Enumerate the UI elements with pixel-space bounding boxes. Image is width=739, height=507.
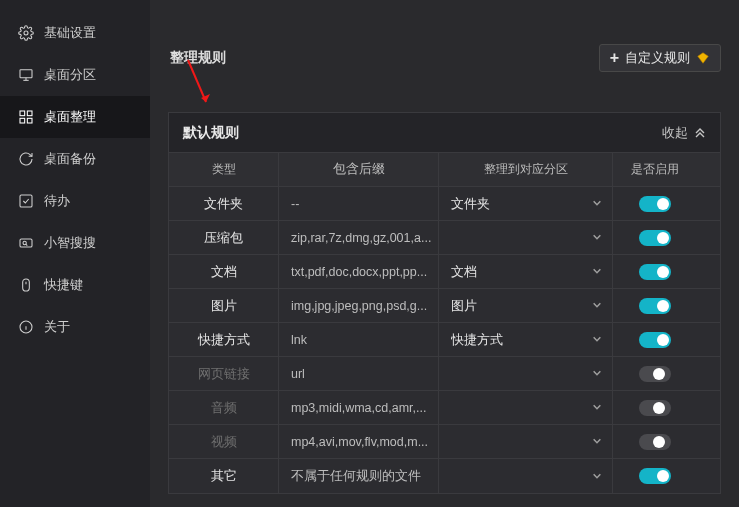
- table-row: 网页链接url: [169, 357, 720, 391]
- target-zone-select[interactable]: [439, 425, 613, 458]
- target-zone-select[interactable]: 文件夹: [439, 187, 613, 220]
- chevron-down-icon: [592, 332, 602, 347]
- enable-toggle[interactable]: [639, 230, 671, 246]
- table-row: 快捷方式lnk快捷方式: [169, 323, 720, 357]
- monitor-icon: [18, 67, 34, 83]
- cell-enable: [613, 459, 697, 493]
- sidebar-item-label: 桌面分区: [44, 66, 96, 84]
- cell-type: 音频: [169, 391, 279, 424]
- table-row: 图片img,jpg,jpeg,png,psd,g...图片: [169, 289, 720, 323]
- target-zone-value: 快捷方式: [451, 331, 586, 349]
- cell-type: 压缩包: [169, 221, 279, 254]
- table-row: 文档txt,pdf,doc,docx,ppt,pp...文档: [169, 255, 720, 289]
- default-rules-panel: 默认规则 收起 类型 包含后缀 整理到对应分区 是否启用 文件夹--文件夹压缩包…: [168, 112, 721, 494]
- table-row: 音频mp3,midi,wma,cd,amr,...: [169, 391, 720, 425]
- svg-rect-12: [23, 279, 30, 291]
- sidebar-item-xiaozhi-search[interactable]: 小智搜搜: [0, 222, 150, 264]
- cell-extensions: 不属于任何规则的文件: [279, 459, 439, 493]
- cell-type: 视频: [169, 425, 279, 458]
- sidebar-item-label: 基础设置: [44, 24, 96, 42]
- cell-enable: [613, 391, 697, 424]
- sidebar-item-label: 小智搜搜: [44, 234, 96, 252]
- col-header-type: 类型: [169, 153, 279, 186]
- sidebar-item-shortcuts[interactable]: 快捷键: [0, 264, 150, 306]
- target-zone-select[interactable]: [439, 459, 613, 493]
- sidebar-item-label: 快捷键: [44, 276, 83, 294]
- target-zone-select[interactable]: [439, 221, 613, 254]
- col-header-enable: 是否启用: [613, 153, 697, 186]
- svg-line-17: [188, 60, 206, 102]
- main-pane: 整理规则 + 自定义规则 默认规则 收起 类型 包含后缀 整理到对应分区: [150, 0, 739, 507]
- chevron-down-icon: [592, 469, 602, 484]
- collapse-toggle[interactable]: 收起: [662, 124, 706, 142]
- svg-rect-1: [20, 70, 32, 78]
- target-zone-select[interactable]: 图片: [439, 289, 613, 322]
- cell-type: 网页链接: [169, 357, 279, 390]
- target-zone-value: 图片: [451, 297, 586, 315]
- chevron-down-icon: [592, 298, 602, 313]
- cell-extensions: img,jpg,jpeg,png,psd,g...: [279, 289, 439, 322]
- chevron-down-icon: [592, 264, 602, 279]
- cell-type: 文档: [169, 255, 279, 288]
- custom-rule-button[interactable]: + 自定义规则: [599, 44, 721, 72]
- cell-extensions: txt,pdf,doc,docx,ppt,pp...: [279, 255, 439, 288]
- col-header-target: 整理到对应分区: [439, 153, 613, 186]
- cell-type: 其它: [169, 459, 279, 493]
- svg-rect-7: [27, 118, 32, 123]
- svg-rect-5: [27, 111, 32, 116]
- sidebar-item-desktop-backup[interactable]: 桌面备份: [0, 138, 150, 180]
- sidebar-item-desktop-organize[interactable]: 桌面整理: [0, 96, 150, 138]
- enable-toggle[interactable]: [639, 468, 671, 484]
- chevron-up-double-icon: [694, 128, 706, 138]
- cell-extensions: mp3,midi,wma,cd,amr,...: [279, 391, 439, 424]
- target-zone-value: 文档: [451, 263, 586, 281]
- cell-extensions: url: [279, 357, 439, 390]
- svg-point-10: [23, 241, 26, 244]
- annotation-arrow: [184, 58, 214, 119]
- cell-enable: [613, 255, 697, 288]
- svg-line-11: [26, 244, 27, 245]
- chevron-down-icon: [592, 230, 602, 245]
- search-box-icon: [18, 235, 34, 251]
- enable-toggle[interactable]: [639, 366, 671, 382]
- cell-enable: [613, 221, 697, 254]
- info-icon: [18, 319, 34, 335]
- cell-type: 图片: [169, 289, 279, 322]
- cell-enable: [613, 323, 697, 356]
- sidebar-item-basic-settings[interactable]: 基础设置: [0, 12, 150, 54]
- table-row: 压缩包zip,rar,7z,dmg,gz,001,a...: [169, 221, 720, 255]
- gear-icon: [18, 25, 34, 41]
- enable-toggle[interactable]: [639, 332, 671, 348]
- sidebar-item-about[interactable]: 关于: [0, 306, 150, 348]
- table-row: 文件夹--文件夹: [169, 187, 720, 221]
- enable-toggle[interactable]: [639, 434, 671, 450]
- cell-enable: [613, 357, 697, 390]
- enable-toggle[interactable]: [639, 298, 671, 314]
- sidebar-item-label: 桌面整理: [44, 108, 96, 126]
- target-zone-select[interactable]: [439, 391, 613, 424]
- sidebar-item-todo[interactable]: 待办: [0, 180, 150, 222]
- chevron-down-icon: [592, 434, 602, 449]
- enable-toggle[interactable]: [639, 400, 671, 416]
- sidebar-item-desktop-zones[interactable]: 桌面分区: [0, 54, 150, 96]
- collapse-label: 收起: [662, 124, 688, 142]
- target-zone-select[interactable]: 文档: [439, 255, 613, 288]
- target-zone-value: 文件夹: [451, 195, 586, 213]
- svg-rect-4: [20, 111, 25, 116]
- svg-rect-6: [20, 118, 25, 123]
- svg-marker-19: [698, 53, 709, 64]
- table-header-row: 类型 包含后缀 整理到对应分区 是否启用: [169, 153, 720, 187]
- enable-toggle[interactable]: [639, 264, 671, 280]
- chevron-down-icon: [592, 196, 602, 211]
- cell-extensions: zip,rar,7z,dmg,gz,001,a...: [279, 221, 439, 254]
- col-header-ext: 包含后缀: [279, 153, 439, 186]
- target-zone-select[interactable]: [439, 357, 613, 390]
- enable-toggle[interactable]: [639, 196, 671, 212]
- table-row: 视频mp4,avi,mov,flv,mod,m...: [169, 425, 720, 459]
- sidebar-item-label: 桌面备份: [44, 150, 96, 168]
- target-zone-select[interactable]: 快捷方式: [439, 323, 613, 356]
- svg-rect-8: [20, 195, 32, 207]
- cell-extensions: --: [279, 187, 439, 220]
- sidebar-item-label: 待办: [44, 192, 70, 210]
- grid-icon: [18, 109, 34, 125]
